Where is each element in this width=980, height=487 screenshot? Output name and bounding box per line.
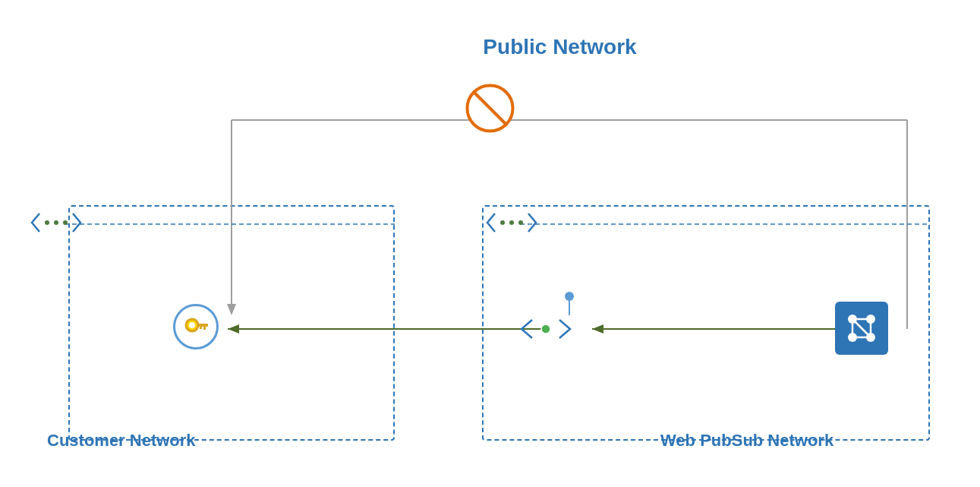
- svg-point-15: [45, 220, 49, 225]
- svg-point-16: [54, 220, 58, 225]
- svg-rect-24: [197, 324, 208, 327]
- key-icon: [173, 304, 219, 349]
- webpubsub-service-icon: [835, 302, 888, 355]
- diagram-container: Public Network Customer Network Web PubS…: [0, 0, 980, 487]
- left-connector-icon: [29, 209, 84, 236]
- svg-point-17: [63, 220, 68, 225]
- customer-network-box: [68, 205, 395, 441]
- svg-point-18: [500, 220, 505, 225]
- svg-point-23: [189, 322, 195, 328]
- svg-point-21: [541, 324, 550, 334]
- public-network-label: Public Network: [470, 35, 650, 59]
- svg-point-19: [509, 220, 514, 225]
- svg-point-20: [518, 220, 523, 225]
- svg-rect-25: [203, 327, 206, 330]
- svg-rect-26: [200, 327, 202, 329]
- no-entry-icon: [465, 84, 515, 133]
- middle-connector-icon: [518, 315, 573, 343]
- right-connector-icon: [484, 209, 539, 236]
